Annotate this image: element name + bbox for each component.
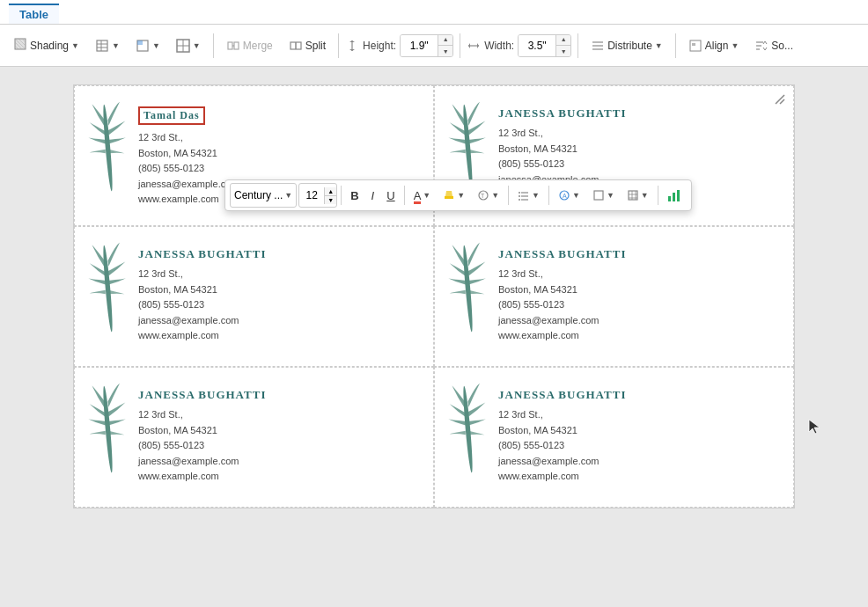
svg-text:T: T [481, 193, 485, 199]
svg-rect-11 [234, 42, 239, 49]
distribute-button[interactable]: Distribute ▼ [585, 35, 669, 56]
svg-rect-21 [692, 43, 695, 46]
width-spin-down[interactable]: ▼ [556, 45, 570, 57]
font-size-down[interactable]: ▼ [325, 195, 336, 204]
font-color-button[interactable]: A ▼ [408, 186, 437, 205]
resize-handle-2[interactable] [774, 93, 786, 106]
label-name-5: JANESSA BUGHATTI [138, 388, 420, 402]
tab-table[interactable]: Table [9, 4, 59, 24]
font-size-up[interactable]: ▲ [325, 187, 336, 195]
font-size-input[interactable] [299, 189, 324, 201]
highlight-icon [443, 189, 455, 201]
bold-label: B [350, 189, 358, 202]
char-style-button[interactable]: T ▼ [472, 186, 504, 204]
merge-icon [226, 39, 240, 53]
svg-rect-1 [97, 40, 107, 51]
ft-sep-5 [658, 186, 658, 205]
text-effects-icon: A [558, 189, 570, 201]
sort-button[interactable]: So... [748, 35, 799, 56]
label-address-3: 12 3rd St.,Boston, MA 54321(805) 555-012… [138, 267, 420, 344]
chart-button[interactable] [662, 186, 687, 205]
sep-4 [577, 33, 578, 58]
table-borders-btn[interactable]: ▼ [170, 35, 207, 56]
highlight-button[interactable]: ▼ [438, 186, 470, 204]
distribute-chevron: ▼ [655, 41, 663, 50]
merge-button[interactable]: Merge [220, 35, 279, 56]
label-text-6: JANESSA BUGHATTI 12 3rd St.,Boston, MA 5… [498, 381, 780, 485]
svg-rect-45 [677, 190, 680, 201]
char-style-chevron: ▼ [491, 191, 499, 200]
ft-sep-1 [341, 186, 342, 205]
label-cell-3[interactable]: JANESSA BUGHATTI 12 3rd St.,Boston, MA 5… [74, 226, 434, 367]
underline-button[interactable]: U [381, 186, 400, 205]
width-label: Width: [484, 40, 514, 52]
distribute-icon [591, 39, 605, 53]
table-icon-1 [95, 39, 109, 53]
sort-label: So... [771, 40, 793, 52]
font-size-box[interactable]: ▲ ▼ [298, 183, 337, 208]
shading-icon [13, 37, 27, 54]
label-cell-4[interactable]: JANESSA BUGHATTI 12 3rd St.,Boston, MA 5… [434, 226, 794, 367]
label-address-4: 12 3rd St.,Boston, MA 54321(805) 555-012… [498, 267, 780, 344]
svg-text:A: A [563, 193, 567, 199]
palm-icon-6 [448, 381, 488, 478]
tab-bar: Table [0, 0, 868, 25]
label-text-4: JANESSA BUGHATTI 12 3rd St.,Boston, MA 5… [498, 240, 780, 344]
font-name-value: Century ... [234, 189, 283, 201]
split-button[interactable]: Split [283, 35, 332, 56]
height-spin-up[interactable]: ▲ [438, 34, 452, 46]
font-name-selector[interactable]: Century ... ▼ [230, 183, 297, 208]
text-effects-chevron: ▼ [572, 191, 580, 200]
height-input[interactable] [401, 35, 438, 56]
palm-icon-3 [88, 240, 128, 337]
align-chevron: ▼ [731, 41, 739, 50]
content-area: Century ... ▼ ▲ ▼ B I U A [0, 67, 868, 607]
table-grid-button[interactable]: ▼ [622, 186, 654, 204]
bold-button[interactable]: B [345, 186, 364, 205]
border-button[interactable]: ▼ [587, 186, 620, 204]
sep-2 [338, 33, 339, 58]
label-address-6: 12 3rd St.,Boston, MA 54321(805) 555-012… [498, 407, 780, 485]
shading-button[interactable]: Shading ▼ [7, 33, 85, 57]
chevron-2: ▼ [152, 41, 160, 50]
font-chevron: ▼ [284, 191, 292, 200]
svg-rect-43 [668, 196, 671, 201]
labels-container: Tamal Das 12 3rd St.,Boston, MA 54321(80… [73, 84, 795, 508]
mouse-cursor [807, 418, 820, 435]
width-spinners: ▲ ▼ [555, 34, 570, 57]
text-effects-button[interactable]: A ▼ [553, 186, 585, 204]
height-spin-down[interactable]: ▼ [438, 45, 452, 57]
italic-label: I [371, 189, 375, 202]
label-name-2: JANESSA BUGHATTI [498, 106, 780, 121]
italic-button[interactable]: I [366, 186, 380, 205]
shading-chevron: ▼ [71, 41, 79, 50]
svg-point-31 [519, 195, 520, 197]
label-cell-6[interactable]: JANESSA BUGHATTI 12 3rd St.,Boston, MA 5… [434, 367, 794, 508]
table-grid-chevron: ▼ [641, 191, 649, 200]
label-name-4: JANESSA BUGHATTI [498, 247, 780, 261]
sep-3 [460, 33, 460, 58]
width-spin-up[interactable]: ▲ [556, 34, 570, 46]
sort-icon [754, 39, 769, 53]
width-input-group[interactable]: ▲ ▼ [518, 34, 571, 57]
svg-point-29 [519, 192, 520, 194]
table-view-btn-1[interactable]: ▼ [89, 35, 126, 56]
highlight-chevron: ▼ [457, 191, 465, 200]
char-style-icon: T [477, 189, 489, 201]
width-input[interactable] [519, 35, 555, 56]
main-toolbar: Shading ▼ ▼ ▼ ▼ Merge Split Height: ▲ ▼ … [0, 25, 868, 67]
table-view-btn-2[interactable]: ▼ [129, 35, 166, 56]
label-cell-5[interactable]: JANESSA BUGHATTI 12 3rd St.,Boston, MA 5… [74, 367, 434, 508]
table-icon-2 [136, 39, 150, 53]
sep-1 [213, 33, 214, 58]
list-button[interactable]: ▼ [512, 186, 545, 204]
svg-point-33 [519, 199, 520, 201]
borders-icon [176, 39, 190, 53]
shading-label: Shading [30, 40, 69, 52]
align-button[interactable]: Align ▼ [682, 35, 746, 56]
height-label: Height: [363, 40, 396, 52]
palm-icon-1 [88, 99, 128, 196]
height-input-group[interactable]: ▲ ▼ [400, 34, 453, 57]
list-icon [518, 189, 530, 201]
float-toolbar: Century ... ▼ ▲ ▼ B I U A [224, 179, 692, 211]
